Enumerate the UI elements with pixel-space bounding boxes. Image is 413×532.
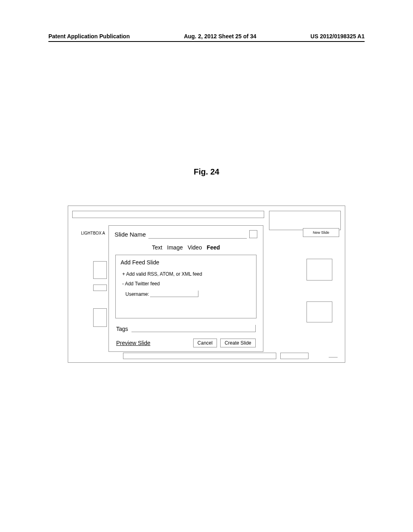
tab-image[interactable]: Image — [167, 244, 183, 251]
tab-video[interactable]: Video — [188, 244, 202, 251]
slide-name-input[interactable] — [148, 230, 247, 239]
address-bar[interactable] — [72, 211, 264, 218]
left-thumbnail[interactable] — [93, 308, 107, 327]
new-slide-label: New Slide — [313, 231, 330, 235]
add-rss-feed-option[interactable]: + Add valid RSS, ATOM, or XML feed — [121, 271, 251, 277]
create-slide-button[interactable]: Create Slide — [220, 339, 256, 347]
preview-slide-link[interactable]: Preview Slide — [116, 340, 150, 346]
slide-name-label: Slide Name — [115, 231, 146, 238]
bottom-strip — [280, 353, 309, 359]
new-slide-button[interactable]: New Slide — [303, 228, 339, 237]
lightbox-label: LIGHTBOX A — [81, 231, 105, 235]
add-twitter-feed-option[interactable]: - Add Twitter feed — [121, 281, 251, 287]
tab-text[interactable]: Text — [152, 244, 163, 251]
slide-name-row: Slide Name — [115, 230, 257, 239]
tags-input[interactable] — [131, 325, 256, 332]
header-right: US 2012/0198325 A1 — [311, 33, 365, 39]
bottom-strip — [123, 353, 276, 359]
figure-label: Fig. 24 — [0, 167, 413, 177]
modal-actions: Preview Slide Cancel Create Slide — [116, 339, 256, 347]
page-header: Patent Application Publication Aug. 2, 2… — [48, 33, 365, 42]
right-thumbnail[interactable] — [307, 301, 332, 322]
feed-panel: Add Feed Slide + Add valid RSS, ATOM, or… — [115, 255, 257, 318]
right-thumbnail[interactable] — [307, 259, 332, 281]
slide-name-indicator — [249, 230, 257, 238]
cancel-button[interactable]: Cancel — [193, 339, 217, 347]
top-right-panel — [269, 211, 341, 230]
tags-row: Tags — [116, 325, 256, 332]
tags-label: Tags — [116, 326, 128, 332]
action-buttons: Cancel Create Slide — [193, 339, 256, 347]
app-window: New Slide LIGHTBOX A Slide Name Text Ima… — [68, 206, 345, 363]
username-row: Username: — [121, 291, 251, 297]
header-center: Aug. 2, 2012 Sheet 25 of 34 — [184, 33, 257, 39]
header-left: Patent Application Publication — [48, 33, 130, 39]
feed-panel-title: Add Feed Slide — [121, 259, 251, 266]
slide-type-tabs: Text Image Video Feed — [115, 244, 257, 251]
bottom-dash — [329, 357, 338, 357]
new-slide-modal: Slide Name Text Image Video Feed Add Fee… — [108, 225, 263, 352]
username-label: Username: — [125, 291, 149, 297]
left-thumbnail[interactable] — [93, 285, 107, 291]
username-input[interactable] — [150, 291, 198, 297]
tab-feed[interactable]: Feed — [207, 244, 220, 251]
left-thumbnail[interactable] — [93, 261, 107, 279]
